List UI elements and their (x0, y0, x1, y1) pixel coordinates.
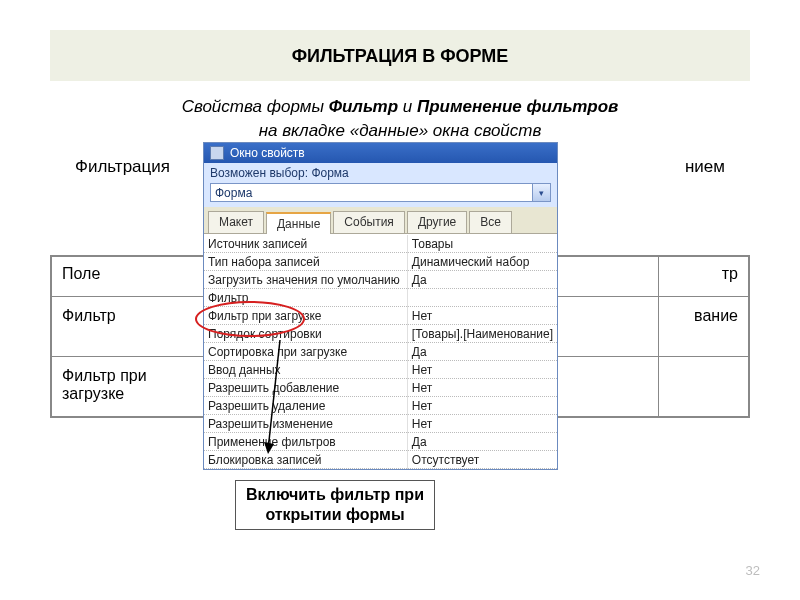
properties-window: Окно свойств Возможен выбор: Форма Форма… (203, 142, 558, 470)
slide-description: Свойства формы Фильтр и Применение фильт… (50, 95, 750, 143)
tab-другие[interactable]: Другие (407, 211, 467, 233)
window-titlebar[interactable]: Окно свойств (204, 143, 557, 163)
property-value[interactable]: Нет (407, 397, 557, 415)
property-row[interactable]: Фильтр при загрузкеНет (204, 307, 557, 325)
property-value[interactable]: Нет (407, 361, 557, 379)
chevron-down-icon: ▾ (539, 188, 544, 198)
property-row[interactable]: Фильтр (204, 289, 557, 307)
selector-label: Возможен выбор: Форма (210, 166, 551, 180)
tab-данные[interactable]: Данные (266, 212, 331, 234)
property-value[interactable] (407, 289, 557, 307)
bgtable-r2c2 (659, 357, 749, 417)
tab-все[interactable]: Все (469, 211, 512, 233)
property-name: Применение фильтров (204, 433, 407, 451)
desc-line2: на вкладке «данные» окна свойств (259, 121, 542, 140)
property-name: Загрузить значения по умолчанию (204, 271, 407, 289)
bgtable-r2c1: Фильтр при загрузке (52, 357, 222, 417)
property-value[interactable]: Нет (407, 307, 557, 325)
property-row[interactable]: Применение фильтровДа (204, 433, 557, 451)
bgtable-r1c2: вание (659, 297, 749, 357)
property-row[interactable]: Разрешить добавлениеНет (204, 379, 557, 397)
property-row[interactable]: Разрешить изменениеНет (204, 415, 557, 433)
property-name: Разрешить добавление (204, 379, 407, 397)
window-title: Окно свойств (230, 146, 305, 160)
property-row[interactable]: Сортировка при загрузкеДа (204, 343, 557, 361)
property-value[interactable]: Да (407, 343, 557, 361)
desc-bold-1: Фильтр (329, 97, 398, 116)
property-row[interactable]: Блокировка записейОтсутствует (204, 451, 557, 469)
tabs: МакетДанныеСобытияДругиеВсе (204, 207, 557, 234)
property-value[interactable]: Нет (407, 415, 557, 433)
property-name: Ввод данных (204, 361, 407, 379)
property-row[interactable]: Источник записейТовары (204, 235, 557, 253)
property-grid[interactable]: Источник записейТоварыТип набора записей… (204, 234, 557, 469)
object-combo[interactable]: Форма ▾ (210, 183, 551, 202)
property-row[interactable]: Ввод данныхНет (204, 361, 557, 379)
callout-box: Включить фильтр при открытии формы (235, 480, 435, 530)
tab-макет[interactable]: Макет (208, 211, 264, 233)
desc-bold-2: Применение фильтров (417, 97, 618, 116)
filt-left: Фильтрация (75, 157, 170, 177)
property-value[interactable]: Динамический набор (407, 253, 557, 271)
property-name: Фильтр (204, 289, 407, 307)
property-name: Разрешить удаление (204, 397, 407, 415)
property-value[interactable]: Да (407, 433, 557, 451)
bgtable-h1: Поле (52, 257, 222, 297)
desc-text: Свойства формы (182, 97, 329, 116)
combo-value[interactable]: Форма (210, 183, 533, 202)
tab-события[interactable]: События (333, 211, 405, 233)
property-row[interactable]: Тип набора записейДинамический набор (204, 253, 557, 271)
selector-row: Возможен выбор: Форма Форма ▾ (204, 163, 557, 207)
property-value[interactable]: Да (407, 271, 557, 289)
property-name: Сортировка при загрузке (204, 343, 407, 361)
bgtable-r1c1: Фильтр (52, 297, 222, 357)
property-value[interactable]: [Товары].[Наименование] (407, 325, 557, 343)
page-number: 32 (746, 563, 760, 578)
property-row[interactable]: Загрузить значения по умолчаниюДа (204, 271, 557, 289)
desc-mid: и (398, 97, 417, 116)
property-name: Блокировка записей (204, 451, 407, 469)
property-name: Фильтр при загрузке (204, 307, 407, 325)
property-value[interactable]: Товары (407, 235, 557, 253)
property-value[interactable]: Отсутствует (407, 451, 557, 469)
combo-dropdown-button[interactable]: ▾ (533, 183, 551, 202)
property-name: Разрешить изменение (204, 415, 407, 433)
property-name: Порядок сортировки (204, 325, 407, 343)
property-name: Тип набора записей (204, 253, 407, 271)
window-icon (210, 146, 224, 160)
property-value[interactable]: Нет (407, 379, 557, 397)
filt-right: нием (685, 157, 725, 177)
slide-title: ФИЛЬТРАЦИЯ В ФОРМЕ (50, 30, 750, 81)
bgtable-h2: тр (659, 257, 749, 297)
property-row[interactable]: Порядок сортировки[Товары].[Наименование… (204, 325, 557, 343)
property-row[interactable]: Разрешить удалениеНет (204, 397, 557, 415)
property-name: Источник записей (204, 235, 407, 253)
